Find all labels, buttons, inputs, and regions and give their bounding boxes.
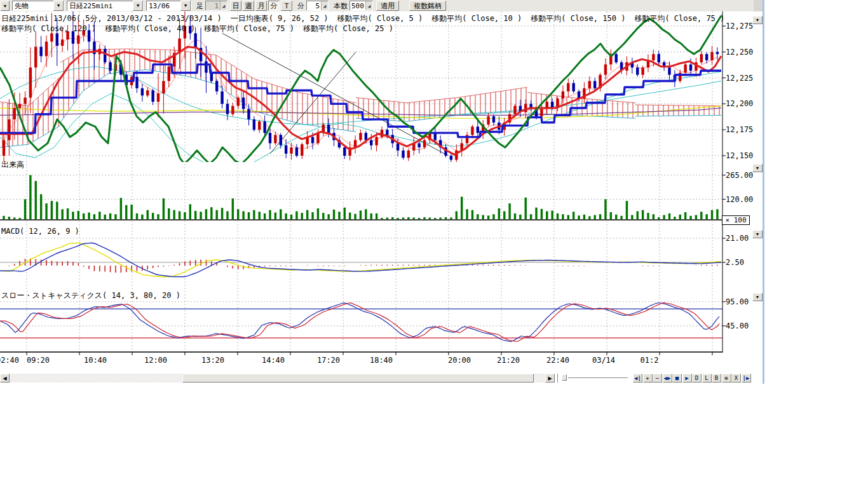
chart-nav-button-4[interactable]: ■	[672, 374, 682, 383]
minute-value: 5	[307, 2, 321, 10]
legend-item: 移動平均( Close, 75 )	[204, 24, 294, 34]
stoch-tick-label: 95.00	[726, 298, 749, 306]
legend-item: 日経225mini 13/06( 5分, 2013/03/12 - 2013/0…	[1, 13, 222, 24]
chart-nav-button-9[interactable]: ⊕	[722, 374, 731, 383]
chart-nav-button-6[interactable]: D	[692, 374, 702, 383]
bottom-scroll-row: ◀ ▶ ◀|+−◀▶■▶DLB⊕X|▶	[0, 374, 763, 383]
bar-interval-value: 1	[206, 2, 220, 10]
chart-nav-button-7[interactable]: L	[702, 374, 712, 383]
zoom-slider-track[interactable]	[568, 377, 628, 380]
price-tick-label: 12,225	[726, 74, 753, 82]
legend-item: 移動平均( Close, 75 )	[634, 13, 724, 24]
minute-label: 分	[297, 1, 304, 11]
category-dropdown[interactable]: 先物 ▼	[12, 1, 64, 11]
chart-nav-button-3[interactable]: ◀▶	[663, 374, 672, 383]
time-tick-label: 20:00	[448, 356, 471, 365]
legend-item: 一目均衡表( 9, 26, 52 )	[231, 13, 329, 24]
stoch-pane-label: スロー・ストキャスティクス( 14, 3, 80, 20 )	[1, 290, 180, 301]
time-tick-label: 17:20	[317, 356, 340, 365]
macd-tick-label: 2.50	[726, 259, 744, 266]
chart-plot-canvas[interactable]	[0, 11, 728, 358]
time-tick-label: 01:2	[641, 356, 659, 365]
price-tick-label: 12,175	[726, 126, 753, 133]
chart-nav-button-1[interactable]: +	[643, 374, 653, 383]
price-tick-label: 12,200	[726, 100, 753, 107]
macd-tick-label: 21.00	[726, 234, 749, 242]
price-tick-label: 12,150	[726, 152, 753, 159]
period-button-週[interactable]: 週	[243, 1, 254, 11]
period-button-T[interactable]: T	[281, 1, 292, 11]
stoch-pane-scale-menu-button[interactable]: ▼	[752, 293, 763, 301]
legend-item: 移動平均( Close, 5 )	[337, 13, 423, 24]
indicator-legend-line1: 日経225mini 13/06( 5分, 2013/03/12 - 2013/0…	[1, 13, 724, 24]
time-tick-label: 13:20	[201, 356, 224, 365]
time-tick-label: 22:40	[546, 356, 569, 365]
chevron-down-icon[interactable]: ▼	[180, 1, 191, 11]
chart-nav-button-0[interactable]: ◀|	[633, 374, 642, 383]
minute-stepper[interactable]: 5 ◢	[306, 1, 329, 11]
chart-nav-button-10[interactable]: X	[731, 374, 741, 383]
macd-pane-scale-menu-button[interactable]: ▼	[752, 230, 763, 238]
bar-count-stepper[interactable]: 500 ◢	[349, 1, 373, 11]
time-tick-label: 18:40	[370, 356, 393, 365]
price-pane-scale-menu-button[interactable]: ▼	[752, 16, 763, 24]
zoom-slider-handle[interactable]	[562, 374, 567, 381]
volume-multiplier-badge: × 100	[722, 215, 750, 225]
chart-nav-button-5[interactable]: ▶	[682, 374, 692, 383]
volume-pane-scale-menu-button[interactable]: ▼	[752, 164, 763, 172]
apply-button[interactable]: 適用	[376, 1, 399, 11]
time-tick-label: 10:40	[84, 356, 107, 365]
scrollbar-track-right[interactable]	[534, 374, 545, 383]
legend-item: 移動平均( Close, 120 )	[1, 24, 96, 34]
multi-symbol-button[interactable]: 複数銘柄	[409, 1, 446, 11]
volume-pane-label: 出来高	[1, 159, 24, 170]
legend-item: 移動平均( Close, 150 )	[531, 13, 625, 24]
time-tick-label: 03/14	[592, 356, 615, 365]
chevron-down-icon[interactable]: ▼	[53, 1, 64, 11]
chart-area: 日経225mini 13/06( 5分, 2013/03/12 - 2013/0…	[0, 11, 763, 374]
stepper-grip-icon[interactable]: ◢	[321, 1, 328, 10]
volume-tick-label: 120.00	[726, 196, 753, 203]
period-button-月[interactable]: 月	[255, 1, 267, 11]
volume-tick-label: 265.00	[726, 172, 753, 179]
legend-item: 移動平均( Close, 10 )	[431, 13, 522, 24]
stepper-grip-icon: ◢	[220, 1, 227, 10]
scroll-left-button[interactable]: ◀	[0, 374, 10, 383]
chart-app-window: ▼ 先物 ▼ 日経225mini ▼ 13/06 ▼ 足 1 ◢ 日週月分T 分…	[0, 0, 764, 384]
scrollbar-thumb[interactable]	[182, 374, 534, 383]
chevron-down-icon[interactable]: ▼	[133, 1, 143, 11]
price-tick-label: 12,275	[726, 22, 753, 30]
toolbar-corner-strip	[754, 0, 763, 11]
time-tick-label: 12:00	[144, 356, 167, 365]
symbol-dropdown-value: 日経225mini	[67, 1, 114, 11]
bar-interval-stepper: 1 ◢	[205, 1, 227, 11]
macd-pane-label: MACD( 12, 26, 9 )	[1, 227, 79, 236]
contract-month-dropdown-value: 13/06	[147, 2, 172, 10]
time-tick-label: 21:20	[497, 356, 520, 365]
contract-month-dropdown[interactable]: 13/06 ▼	[146, 1, 191, 11]
scroll-right-button[interactable]: ▶	[545, 374, 555, 383]
legend-item: 移動平均( Close, 40 )	[105, 24, 195, 34]
scrollbar-track-left[interactable]	[10, 374, 182, 383]
bar-count-label: 本数	[334, 1, 348, 11]
stepper-grip-icon[interactable]: ◢	[365, 1, 372, 10]
period-button-group: 日週月分T	[230, 1, 292, 11]
category-dropdown-value: 先物	[13, 1, 31, 11]
bar-count-value: 500	[350, 2, 365, 10]
chart-nav-button-2[interactable]: −	[653, 374, 662, 383]
period-button-分[interactable]: 分	[268, 1, 280, 11]
collapsed-combo-button[interactable]: ▼	[1, 1, 10, 11]
time-tick-label: 02:40	[0, 356, 19, 365]
period-button-日[interactable]: 日	[230, 1, 241, 11]
time-tick-label: 14:40	[262, 356, 285, 365]
stoch-tick-label: 45.00	[726, 322, 749, 330]
time-tick-label: 09:20	[27, 356, 50, 365]
legend-item: 移動平均( Close, 25 )	[303, 24, 393, 34]
toolbar: ▼ 先物 ▼ 日経225mini ▼ 13/06 ▼ 足 1 ◢ 日週月分T 分…	[0, 0, 763, 11]
price-tick-label: 12,250	[726, 48, 753, 56]
divider	[557, 374, 558, 383]
bar-type-label: 足	[196, 1, 203, 11]
chart-nav-button-11[interactable]: |▶	[742, 374, 751, 383]
symbol-dropdown[interactable]: 日経225mini ▼	[67, 1, 144, 11]
chart-nav-button-8[interactable]: B	[712, 374, 721, 383]
